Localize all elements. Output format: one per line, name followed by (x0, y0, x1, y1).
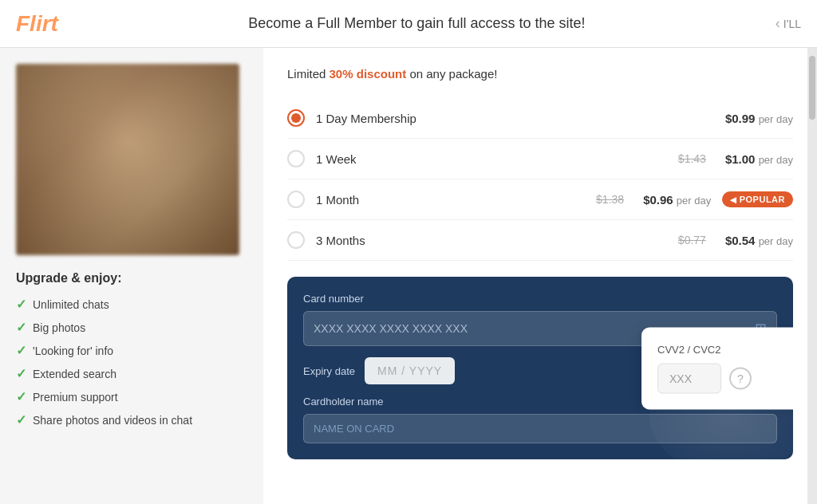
list-item: ✓ 'Looking for' info (16, 343, 247, 358)
radio-3months[interactable] (287, 231, 305, 249)
option-label-1week: 1 Week (316, 152, 667, 166)
membership-option-1month[interactable]: 1 Month $1.38 $0.96 per day POPULAR (287, 179, 793, 220)
cvv-row: XXX ? (657, 363, 785, 393)
back-chevron-icon[interactable]: ‹ (776, 15, 780, 32)
cvv-label: CVV2 / CVC2 (657, 343, 785, 355)
radio-1day[interactable] (287, 109, 305, 127)
membership-option-1week[interactable]: 1 Week $1.43 $1.00 per day (287, 139, 793, 179)
price-original-1week: $1.43 (678, 152, 706, 165)
upgrade-section: Upgrade & enjoy: ✓ Unlimited chats ✓ Big… (16, 271, 247, 427)
expiry-input[interactable]: MM / YYYY (365, 357, 455, 384)
radio-1month[interactable] (287, 191, 305, 208)
card-number-label: Card number (303, 293, 777, 305)
membership-option-1day[interactable]: 1 Day Membership $0.99 per day (287, 98, 793, 139)
check-icon: ✓ (16, 389, 26, 404)
scroll-track[interactable] (807, 48, 817, 504)
price-original-3months: $0.77 (678, 234, 706, 246)
check-icon: ✓ (16, 366, 26, 381)
cardholder-input[interactable]: NAME ON CARD (303, 414, 777, 443)
expiry-label: Expiry date (303, 365, 355, 377)
price-1week: $1.00 per day (725, 152, 793, 166)
list-item: ✓ Premium support (16, 389, 247, 404)
option-label-3months: 3 Months (316, 234, 667, 247)
cvv-section: CVV2 / CVC2 XXX ? (641, 327, 793, 409)
profile-photo (16, 64, 239, 255)
price-3months: $0.54 per day (725, 234, 793, 247)
check-icon: ✓ (16, 297, 26, 312)
list-item: ✓ Big photos (16, 320, 247, 335)
list-item: ✓ Extended search (16, 366, 247, 381)
list-item: ✓ Unlimited chats (16, 297, 247, 312)
option-label-1month: 1 Month (316, 193, 585, 207)
discount-banner: Limited 30% discount on any package! (287, 67, 793, 81)
check-icon: ✓ (16, 320, 26, 335)
main-content: Upgrade & enjoy: ✓ Unlimited chats ✓ Big… (0, 48, 817, 504)
cvv-help-button[interactable]: ? (729, 367, 752, 389)
list-item: ✓ Share photos and videos in chat (16, 412, 247, 427)
nav-text: I'LL (783, 18, 801, 30)
option-label-1day: 1 Day Membership (316, 112, 714, 125)
upgrade-title: Upgrade & enjoy: (16, 271, 247, 285)
sidebar: Upgrade & enjoy: ✓ Unlimited chats ✓ Big… (0, 48, 263, 504)
scroll-thumb[interactable] (809, 56, 815, 120)
price-1month: $0.96 per day (643, 193, 711, 207)
logo-text: Flirt (16, 11, 58, 36)
header: Flirt Become a Full Member to gain full … (0, 0, 817, 48)
cvv-input[interactable]: XXX (657, 363, 721, 393)
check-icon: ✓ (16, 343, 26, 358)
content-area: Limited 30% discount on any package! 1 D… (263, 48, 817, 504)
header-title: Become a Full Member to gain full access… (58, 15, 776, 32)
payment-form: Card number XXXX XXXX XXXX XXXX XXX ⊞ Ex… (287, 277, 793, 459)
card-number-placeholder: XXXX XXXX XXXX XXXX XXX (314, 322, 468, 335)
check-icon: ✓ (16, 412, 26, 427)
logo: Flirt (16, 11, 58, 37)
radio-1week[interactable] (287, 150, 305, 167)
popular-badge: POPULAR (722, 191, 793, 207)
price-1day: $0.99 per day (725, 112, 793, 125)
price-original-1month: $1.38 (596, 193, 624, 206)
header-nav: ‹ I'LL (776, 15, 801, 32)
membership-option-3months[interactable]: 3 Months $0.77 $0.54 per day (287, 220, 793, 261)
feature-list: ✓ Unlimited chats ✓ Big photos ✓ 'Lookin… (16, 297, 247, 427)
